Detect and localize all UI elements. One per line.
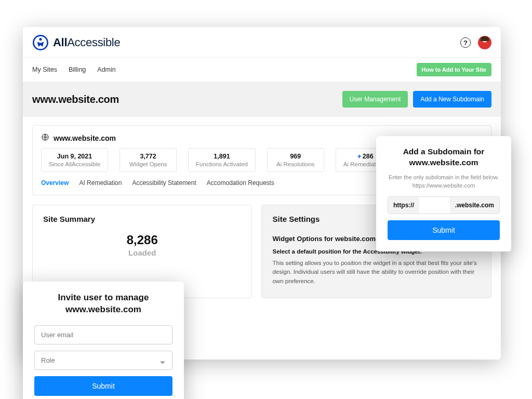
invite-role-select[interactable] bbox=[34, 351, 172, 370]
subdomain-protocol-label: https:// bbox=[388, 197, 419, 214]
stat-card-ai-resolutions: 969 Ai Resolutions bbox=[267, 148, 324, 172]
site-domain-title: www.website.com bbox=[32, 94, 119, 105]
tab-accommodation-requests[interactable]: Accomodation Requests bbox=[207, 179, 274, 189]
subdomain-suffix-label: .website.com bbox=[450, 197, 499, 214]
brand-logo-icon bbox=[32, 34, 49, 51]
globe-icon bbox=[41, 133, 49, 143]
site-header: www.website.com User Management Add a Ne… bbox=[23, 82, 501, 117]
howto-button[interactable]: How to Add to Your Site bbox=[417, 63, 491, 76]
nav-admin[interactable]: Admin bbox=[97, 66, 115, 73]
brand-logo[interactable]: AllAccessible bbox=[32, 34, 120, 51]
invite-user-modal: Invite user to manage www.website.com Su… bbox=[23, 282, 184, 399]
tab-accessibility-statement[interactable]: Accessibility Statement bbox=[132, 179, 196, 189]
subdomain-url-row: https:// .website.com bbox=[388, 196, 500, 214]
stat-card-since: Jun 9, 2021 Since AllAccessible bbox=[41, 148, 108, 172]
add-subdomain-modal: Add a Subdomain for www.website.com Ente… bbox=[376, 136, 511, 251]
tab-overview[interactable]: Overview bbox=[41, 179, 69, 189]
stat-card-widget-opens: 3,772 Widget Opens bbox=[119, 148, 177, 172]
main-nav: My Sites Billing Admin How to Add to You… bbox=[23, 57, 501, 82]
user-management-button[interactable]: User Management bbox=[342, 91, 408, 108]
nav-my-sites[interactable]: My Sites bbox=[32, 66, 57, 73]
invite-submit-button[interactable]: Submit bbox=[34, 376, 172, 396]
site-summary-title: Site Summary bbox=[43, 215, 241, 223]
widget-options-label: Widget Options for website.com bbox=[272, 235, 376, 243]
add-subdomain-button[interactable]: Add a New Subdomain bbox=[413, 91, 491, 108]
subdomain-modal-hint: Enter the only subdomain in the field be… bbox=[388, 174, 500, 190]
avatar[interactable] bbox=[478, 36, 491, 49]
topbar: AllAccessible ? bbox=[23, 27, 501, 57]
tab-ai-remediation[interactable]: AI Remediation bbox=[79, 179, 122, 189]
sparkle-icon: ✦ bbox=[357, 153, 362, 159]
invite-email-input[interactable] bbox=[34, 325, 172, 344]
svg-point-0 bbox=[33, 35, 47, 49]
summary-label: Loaded bbox=[43, 248, 241, 257]
widget-desc: This setting allows you to position the … bbox=[272, 259, 481, 286]
nav-billing[interactable]: Billing bbox=[69, 66, 86, 73]
summary-value: 8,286 bbox=[43, 233, 241, 247]
stat-card-functions: 1,891 Functions Activated bbox=[188, 148, 256, 172]
subdomain-submit-button[interactable]: Submit bbox=[388, 220, 500, 240]
subdomain-input[interactable] bbox=[419, 197, 450, 214]
subdomain-modal-title: Add a Subdomain for www.website.com bbox=[388, 147, 500, 168]
svg-point-1 bbox=[39, 38, 42, 41]
help-icon[interactable]: ? bbox=[460, 37, 471, 48]
brand-logo-text: AllAccessible bbox=[53, 36, 120, 49]
invite-modal-title: Invite user to manage www.website.com bbox=[34, 292, 172, 316]
